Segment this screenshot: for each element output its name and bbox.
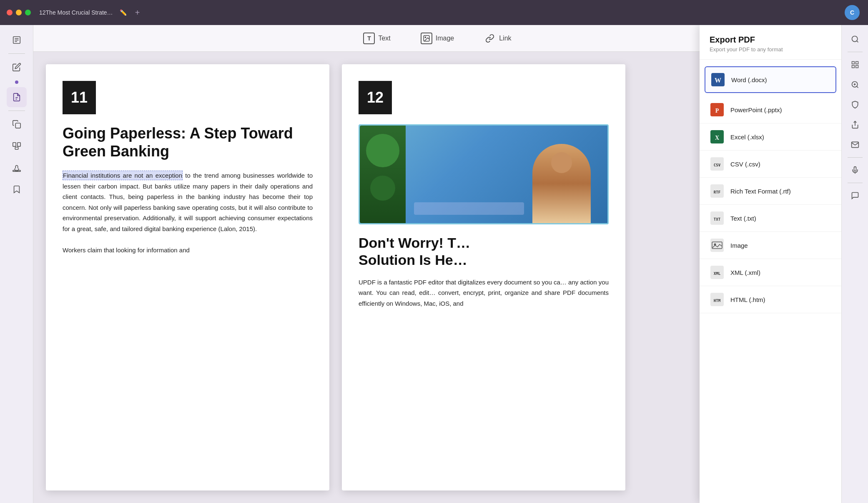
svg-rect-8: [17, 143, 20, 146]
sidebar-icon-annotate[interactable]: [7, 87, 27, 107]
close-button[interactable]: [7, 10, 13, 15]
right-divider-2: [848, 157, 863, 158]
export-item-image-label: Image: [730, 242, 748, 249]
export-item-html[interactable]: HTM HTML (.htm): [700, 286, 841, 313]
link-tool-button[interactable]: Link: [477, 29, 518, 48]
export-item-csv[interactable]: CSV CSV (.csv): [700, 151, 841, 178]
sidebar-divider-2: [8, 111, 25, 111]
highlighted-text: Financial institutions are not an except…: [63, 171, 183, 180]
svg-text:CSV: CSV: [714, 163, 721, 167]
image-tool-button[interactable]: Image: [414, 29, 461, 48]
export-item-txt[interactable]: TXT Text (.txt): [700, 205, 841, 232]
export-item-csv-label: CSV (.csv): [730, 161, 760, 168]
export-title: Export PDF: [710, 35, 831, 45]
export-item-xml[interactable]: XML XML (.xml): [700, 259, 841, 286]
avatar[interactable]: C: [845, 5, 860, 20]
svg-rect-36: [855, 65, 858, 68]
sidebar-icon-edit[interactable]: [7, 57, 27, 77]
svg-rect-25: [710, 239, 724, 252]
svg-rect-7: [13, 143, 15, 146]
svg-text:X: X: [715, 135, 719, 141]
export-item-rtf-label: Rich Text Format (.rtf): [730, 188, 791, 195]
audio-icon[interactable]: [846, 161, 864, 179]
new-tab-icon[interactable]: +: [135, 8, 140, 18]
sidebar-icon-merge[interactable]: [7, 136, 27, 156]
chat-icon[interactable]: [846, 186, 864, 205]
export-item-pptx[interactable]: P PowerPoint (.pptx): [700, 96, 841, 123]
export-item-image[interactable]: Image: [700, 232, 841, 259]
ocr-icon[interactable]: [846, 55, 864, 74]
export-item-html-label: HTML (.htm): [730, 296, 765, 303]
export-items-list: W Word (.docx) P PowerPoint (.pptx): [700, 60, 841, 317]
minimize-button[interactable]: [16, 10, 22, 15]
right-divider-1: [848, 52, 863, 52]
pdf-page-11: 11 Going Paperless: A Step Toward Green …: [46, 64, 329, 490]
sidebar-icon-copy[interactable]: [7, 114, 27, 134]
sidebar-divider-1: [8, 53, 25, 54]
svg-point-12: [425, 37, 426, 38]
pdf-page-12: 12 Don't Worry! T…Solution Is He… UPDF i…: [342, 64, 625, 490]
page-number-12: 12: [367, 89, 384, 106]
right-divider-3: [848, 183, 863, 183]
export-panel: Export PDF Export your PDF to any format…: [700, 25, 841, 503]
svg-text:TXT: TXT: [714, 217, 721, 221]
link-tool-icon: [484, 33, 496, 44]
svg-point-32: [852, 36, 857, 42]
main-area: T Text Image: [0, 25, 868, 503]
export-item-pptx-label: PowerPoint (.pptx): [730, 106, 782, 113]
traffic-lights: [7, 10, 31, 15]
share-icon[interactable]: [846, 116, 864, 134]
page11-title: Going Paperless: A Step Toward Green Ban…: [63, 124, 313, 160]
document-title: 12The Most Crucial Strate…: [39, 9, 113, 16]
svg-text:P: P: [715, 108, 719, 114]
export-item-word[interactable]: W Word (.docx): [705, 66, 836, 93]
protect-icon[interactable]: [846, 96, 864, 114]
page-number-11: 11: [71, 89, 88, 106]
page12-image: [359, 124, 609, 224]
export-item-rtf[interactable]: RTF Rich Text Format (.rtf): [700, 178, 841, 205]
txt-icon: TXT: [710, 211, 725, 226]
page11-body2: Workers claim that looking for informati…: [63, 246, 190, 254]
page-number-box-11: 11: [63, 81, 96, 114]
sidebar-icon-bookmark[interactable]: [7, 179, 27, 199]
export-item-xlsx-label: Excel (.xlsx): [730, 133, 764, 141]
svg-rect-6: [15, 123, 20, 128]
image-export-icon: [710, 238, 725, 253]
image-tool-label: Image: [436, 35, 454, 42]
svg-text:RTF: RTF: [714, 190, 720, 194]
svg-rect-9: [15, 147, 18, 150]
page12-body: UPDF is a fantastic PDF editor that digi…: [359, 277, 609, 309]
title-bar: 12The Most Crucial Strate… ✏️ + C: [0, 0, 868, 25]
export-item-xlsx[interactable]: X Excel (.xlsx): [700, 123, 841, 151]
image-tool-icon: [421, 33, 432, 44]
right-sidebar: [841, 25, 868, 503]
rtf-icon: RTF: [710, 184, 725, 199]
export-item-word-label: Word (.docx): [731, 76, 767, 83]
edit-title-icon[interactable]: ✏️: [120, 9, 127, 16]
svg-text:XML: XML: [714, 272, 721, 276]
csv-icon: CSV: [710, 156, 725, 171]
export-item-txt-label: Text (.txt): [730, 215, 756, 222]
email-icon[interactable]: [846, 136, 864, 154]
text-tool-label: Text: [378, 35, 390, 42]
xml-icon: XML: [710, 265, 725, 280]
export-item-xml-label: XML (.xml): [730, 269, 760, 276]
word-icon: W: [710, 72, 725, 87]
search-icon[interactable]: [846, 30, 864, 48]
find-replace-icon[interactable]: [846, 75, 864, 94]
xlsx-icon: X: [710, 129, 725, 144]
sidebar-active-dot: [15, 80, 18, 84]
text-tool-button[interactable]: T Text: [356, 29, 397, 48]
maximize-button[interactable]: [25, 10, 31, 15]
content-area: T Text Image: [33, 25, 841, 503]
html-icon: HTM: [710, 292, 725, 307]
sidebar-icon-stamp[interactable]: [7, 158, 27, 178]
text-tool-icon: T: [363, 33, 375, 44]
page-number-box-12: 12: [359, 81, 392, 114]
page12-subtitle: Don't Worry! T…Solution Is He…: [359, 234, 609, 269]
sidebar-icon-pages[interactable]: [7, 30, 27, 50]
pptx-icon: P: [710, 102, 725, 117]
left-sidebar: [0, 25, 33, 503]
svg-text:W: W: [715, 77, 721, 84]
page11-body1: to the trend among businesses worldwide …: [63, 172, 313, 232]
